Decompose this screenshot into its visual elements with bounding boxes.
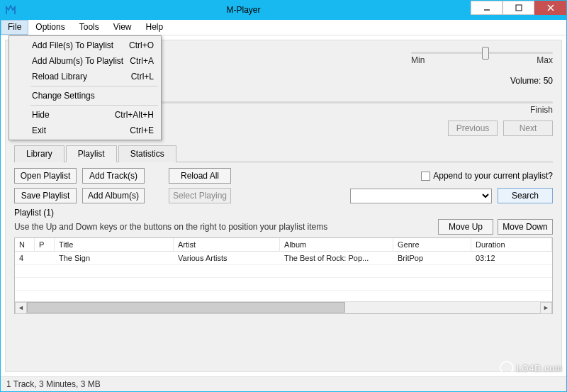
playlist-panel: Open Playlist Add Track(s) Reload All Ap…	[14, 162, 553, 314]
table-row[interactable]	[15, 278, 552, 291]
menu-add-files[interactable]: Add File(s) To Playlist Ctrl+O	[11, 38, 159, 53]
menu-change-settings[interactable]: Change Settings	[11, 88, 159, 103]
menu-shortcut: Ctrl+E	[130, 125, 154, 135]
file-dropdown: Add File(s) To Playlist Ctrl+O Add Album…	[9, 35, 162, 140]
menu-label: Add Album(s) To Playlist	[32, 56, 123, 66]
menu-shortcut: Ctrl+A	[130, 56, 154, 66]
cell-p	[35, 252, 55, 264]
table-row[interactable]	[15, 265, 552, 278]
menu-options[interactable]: Options	[28, 20, 72, 35]
menu-exit[interactable]: Exit Ctrl+E	[11, 123, 159, 138]
resize-grip-icon[interactable]	[551, 379, 561, 389]
menu-label: Exit	[32, 125, 46, 135]
menu-label: Reload Library	[32, 72, 87, 82]
menu-label: Change Settings	[32, 91, 95, 101]
col-genre[interactable]: Genre	[393, 238, 471, 251]
volume-max-label: Max	[537, 55, 553, 65]
titlebar: M-Player	[0, 0, 567, 20]
window-title: M-Player	[16, 5, 471, 15]
append-checkbox[interactable]	[421, 172, 430, 181]
volume-slider[interactable]	[411, 52, 553, 54]
menu-tools[interactable]: Tools	[72, 20, 106, 35]
horizontal-scrollbar[interactable]: ◄ ►	[15, 301, 552, 313]
col-title[interactable]: Title	[55, 238, 174, 251]
scroll-right-icon[interactable]: ►	[540, 302, 552, 314]
volume-readout: Volume: 50	[510, 76, 553, 86]
previous-button[interactable]: Previous	[448, 121, 498, 136]
table-header: N P Title Artist Album Genre Duration	[15, 238, 552, 252]
playlist-table: N P Title Artist Album Genre Duration 4 …	[14, 237, 553, 314]
menu-reload-library[interactable]: Reload Library Ctrl+L	[11, 69, 159, 84]
save-playlist-button[interactable]: Save Playlist	[14, 188, 77, 203]
scroll-left-icon[interactable]: ◄	[15, 302, 27, 314]
scroll-thumb[interactable]	[27, 302, 345, 313]
search-combo[interactable]	[350, 189, 492, 203]
cell-album: The Best of Rock: Pop...	[280, 252, 393, 264]
menu-view[interactable]: View	[106, 20, 139, 35]
menu-file[interactable]: File	[1, 20, 28, 35]
search-button[interactable]: Search	[498, 188, 553, 203]
menu-shortcut: Ctrl+Alt+H	[115, 110, 154, 120]
move-up-button[interactable]: Move Up	[438, 219, 493, 235]
cell-genre: BritPop	[393, 252, 471, 264]
menu-hide[interactable]: Hide Ctrl+Alt+H	[11, 107, 159, 123]
col-p[interactable]: P	[35, 238, 55, 251]
tab-statistics[interactable]: Statistics	[118, 145, 176, 162]
menu-label: Hide	[32, 110, 50, 120]
playlist-header: Playlist (1)	[14, 208, 553, 218]
seek-finish-label: Finish	[530, 105, 553, 115]
close-button[interactable]	[534, 1, 566, 15]
add-tracks-button[interactable]: Add Track(s)	[82, 168, 145, 184]
svg-rect-1	[516, 5, 522, 11]
menu-separator	[30, 105, 158, 106]
menu-add-albums[interactable]: Add Album(s) To Playlist Ctrl+A	[11, 53, 159, 69]
statusbar: 1 Track, 3 Minutes, 3 MB	[1, 376, 566, 391]
status-text: 1 Track, 3 Minutes, 3 MB	[6, 379, 101, 389]
reload-all-button[interactable]: Reload All	[169, 168, 231, 184]
volume-min-label: Min	[411, 55, 425, 65]
minimize-button[interactable]	[471, 1, 503, 15]
cell-duration: 03:12	[471, 252, 552, 264]
cell-title: The Sign	[55, 252, 174, 264]
table-row[interactable]	[15, 291, 552, 301]
next-button[interactable]: Next	[503, 121, 553, 136]
tab-playlist[interactable]: Playlist	[66, 145, 117, 162]
playlist-hint: Use the Up and Down keys or the buttons …	[14, 222, 327, 232]
tab-library[interactable]: Library	[14, 145, 64, 162]
menubar: File Options Tools View Help Add File(s)…	[1, 20, 566, 35]
append-label: Append to your current playlist?	[433, 171, 553, 181]
col-album[interactable]: Album	[280, 238, 393, 251]
open-playlist-button[interactable]: Open Playlist	[14, 168, 77, 184]
menu-separator	[30, 86, 158, 86]
cell-artist: Various Artists	[174, 252, 280, 264]
table-row[interactable]: 4 The Sign Various Artists The Best of R…	[15, 252, 552, 265]
select-playing-button[interactable]: Select Playing	[169, 188, 231, 203]
col-artist[interactable]: Artist	[174, 238, 280, 251]
col-duration[interactable]: Duration	[471, 238, 552, 251]
move-down-button[interactable]: Move Down	[498, 219, 553, 235]
menu-shortcut: Ctrl+L	[131, 72, 154, 82]
add-albums-button[interactable]: Add Album(s)	[82, 188, 145, 203]
menu-shortcut: Ctrl+O	[129, 40, 154, 50]
menu-help[interactable]: Help	[139, 20, 171, 35]
maximize-button[interactable]	[503, 1, 534, 15]
col-n[interactable]: N	[15, 238, 35, 251]
app-icon	[5, 4, 16, 16]
volume-thumb[interactable]	[482, 47, 489, 60]
tab-strip: Library Playlist Statistics	[14, 145, 553, 162]
menu-label: Add File(s) To Playlist	[32, 40, 113, 50]
cell-n: 4	[15, 252, 35, 264]
